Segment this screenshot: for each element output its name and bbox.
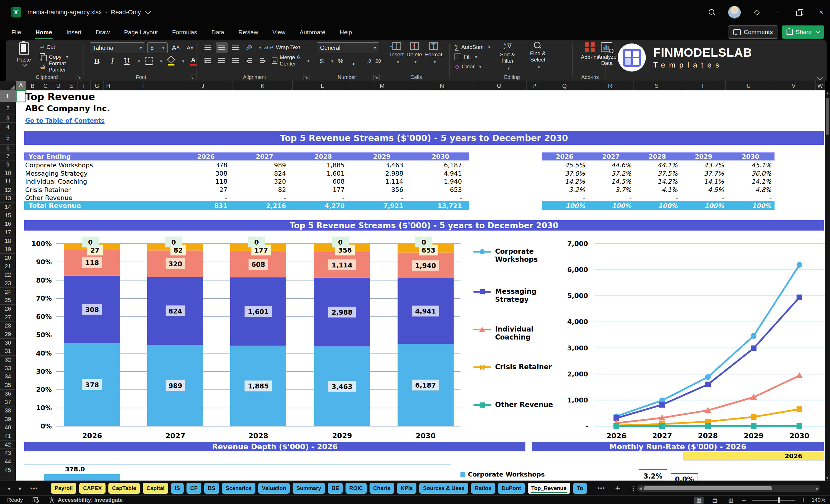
decrease-indent-button[interactable]: ◂ xyxy=(243,56,255,66)
fill-button[interactable]: ↓Fill▾ xyxy=(454,52,490,62)
column-header-O[interactable]: O xyxy=(472,81,526,90)
column-header-V[interactable]: V xyxy=(772,81,816,90)
row-header-23[interactable]: 23 xyxy=(0,279,16,288)
menu-tab-review[interactable]: Review xyxy=(238,28,259,37)
row-header-2[interactable]: 2 xyxy=(0,102,16,115)
row-header-15[interactable]: 15 xyxy=(0,211,16,220)
vertical-scroll-thumb[interactable] xyxy=(826,98,829,135)
borders-dropdown[interactable]: ▾ xyxy=(160,59,162,64)
column-header-I[interactable]: I xyxy=(113,81,173,90)
more-sheets-icon[interactable]: ••• xyxy=(598,485,605,492)
sheet-tab-valuation[interactable]: Valuation xyxy=(258,483,290,494)
underline-dropdown[interactable]: ▾ xyxy=(138,59,140,64)
row-header-1[interactable]: 1 xyxy=(0,90,16,102)
dialog-launcher-icon[interactable]: ↘ xyxy=(303,74,310,81)
fill-color-dropdown[interactable]: ▾ xyxy=(182,59,185,64)
column-headers[interactable]: ABCDEFGHIJKLMNOPQRSTUVW xyxy=(16,81,825,90)
row-header-10[interactable]: 10 xyxy=(0,169,16,178)
align-right-button[interactable] xyxy=(229,56,242,66)
row-header-37[interactable]: 37 xyxy=(0,398,16,407)
sheet-tab-charts[interactable]: Charts xyxy=(370,483,394,494)
row-header-5[interactable]: 5 xyxy=(0,131,16,145)
currency-button[interactable]: $ xyxy=(316,56,328,66)
row-header-12[interactable]: 12 xyxy=(0,186,16,194)
tab-scroll-left-icon[interactable]: ◂ xyxy=(7,485,10,492)
legend-item-crisis-retainer[interactable]: Crisis Retainer xyxy=(473,363,562,371)
row-header-38[interactable]: 38 xyxy=(0,406,16,415)
scroll-down-icon[interactable]: ▼ xyxy=(825,476,830,480)
search-icon[interactable] xyxy=(709,9,715,15)
column-header-K[interactable]: K xyxy=(233,81,293,90)
format-cells-button[interactable]: ▂Format▾ xyxy=(425,42,442,73)
autosum-button[interactable]: ∑AutoSum▾ xyxy=(454,42,490,52)
legend-item-corporate-workshops[interactable]: Corporate Workshops xyxy=(473,248,562,263)
insert-cells-button[interactable]: ◂Insert▾ xyxy=(390,42,404,73)
row-header-19[interactable]: 19 xyxy=(0,245,16,254)
menu-tab-home[interactable]: Home xyxy=(35,28,53,37)
stacked-bar-chart[interactable]: 100%90%80%70%60%50%40%30%20%10%0%3783081… xyxy=(24,240,469,443)
row-header-13[interactable]: 13 xyxy=(0,194,16,203)
row-header-3[interactable]: 3 xyxy=(0,115,16,123)
row-header-31[interactable]: 31 xyxy=(0,347,16,356)
page-layout-view-button[interactable]: ▤ xyxy=(710,497,720,504)
sheet-tab-ratios[interactable]: Ratios xyxy=(471,483,495,494)
row-header-28[interactable]: 28 xyxy=(0,322,16,330)
row-header-27[interactable]: 27 xyxy=(0,313,16,322)
row-header-43[interactable]: 43 xyxy=(0,449,16,458)
column-header-U[interactable]: U xyxy=(726,81,772,90)
orientation-button[interactable]: ab xyxy=(241,40,257,56)
row-header-34[interactable]: 34 xyxy=(0,373,16,381)
sort-filter-button[interactable]: AZ∇ Sort & Filter▾ xyxy=(494,42,520,73)
dialog-launcher-icon[interactable]: ↘ xyxy=(76,74,83,81)
find-select-button[interactable]: Find & Select▾ xyxy=(524,42,551,73)
row-header-26[interactable]: 26 xyxy=(0,305,16,313)
column-header-C[interactable]: C xyxy=(39,81,52,90)
row-header-7[interactable]: 7 xyxy=(0,153,16,160)
row-header-30[interactable]: 30 xyxy=(0,339,16,347)
close-button[interactable]: × xyxy=(816,8,826,16)
legend-item-messaging-strategy[interactable]: Messaging Strategy xyxy=(473,288,562,304)
align-top-button[interactable] xyxy=(202,42,214,53)
font-color-button[interactable]: A xyxy=(187,56,199,66)
row-header-39[interactable]: 39 xyxy=(0,415,16,423)
row-header-4[interactable]: 4 xyxy=(0,123,16,131)
zoom-in-button[interactable]: + xyxy=(801,496,805,504)
sheet-tab-to[interactable]: To xyxy=(573,483,587,494)
zoom-slider[interactable] xyxy=(752,500,795,501)
align-bottom-button[interactable] xyxy=(229,42,242,53)
row-headers[interactable]: 1234567910111213141516171819202122232425… xyxy=(0,90,16,480)
sheet-tab-summary[interactable]: Summary xyxy=(293,483,325,494)
premium-diamond-icon[interactable]: ◇ xyxy=(754,8,760,17)
menu-tab-insert[interactable]: Insert xyxy=(66,28,82,37)
increase-decimal-button[interactable]: ←.0 xyxy=(361,56,373,66)
row-header-20[interactable]: 20 xyxy=(0,254,16,262)
menu-tab-draw[interactable]: Draw xyxy=(95,28,110,37)
column-header-L[interactable]: L xyxy=(293,81,352,90)
column-header-W[interactable]: W xyxy=(816,81,825,90)
row-header-16[interactable]: 16 xyxy=(0,220,16,228)
menu-tab-help[interactable]: Help xyxy=(339,28,352,37)
column-header-J[interactable]: J xyxy=(173,81,233,90)
sheet-tab-roic[interactable]: ROIC xyxy=(346,483,367,494)
column-header-S[interactable]: S xyxy=(634,81,680,90)
row-header-24[interactable]: 24 xyxy=(0,288,16,296)
analyze-data-button[interactable]: Analyze Data xyxy=(594,42,620,73)
tab-scroll-right-icon[interactable]: ▸ xyxy=(19,485,22,492)
collapse-ribbon-icon[interactable] xyxy=(817,74,823,80)
sheet-tab-kpis[interactable]: KPIs xyxy=(397,483,416,494)
runrate-year-cell[interactable]: 2026 xyxy=(683,452,824,460)
orientation-dropdown[interactable]: ▾ xyxy=(259,45,261,50)
merge-center-button[interactable]: ↔Merge & Center▾ xyxy=(270,56,311,66)
font-size-select[interactable]: 8▾ xyxy=(147,42,168,53)
row-header-17[interactable]: 17 xyxy=(0,228,16,237)
sheet-tab-sources-uses[interactable]: Sources & Uses xyxy=(419,483,468,494)
toc-link[interactable]: Go to Table of Contents xyxy=(25,117,105,124)
sheet-tab-dupont[interactable]: DuPont xyxy=(498,483,525,494)
row-header-6[interactable]: 6 xyxy=(0,145,16,153)
scroll-left-icon[interactable]: ◀ xyxy=(639,486,642,491)
sheet-tab-cf[interactable]: CF xyxy=(187,483,201,494)
percent-button[interactable]: % xyxy=(334,56,347,66)
decrease-font-button[interactable]: A˅ xyxy=(184,43,196,53)
row-header-25[interactable]: 25 xyxy=(0,296,16,305)
italic-button[interactable]: I xyxy=(106,56,118,66)
